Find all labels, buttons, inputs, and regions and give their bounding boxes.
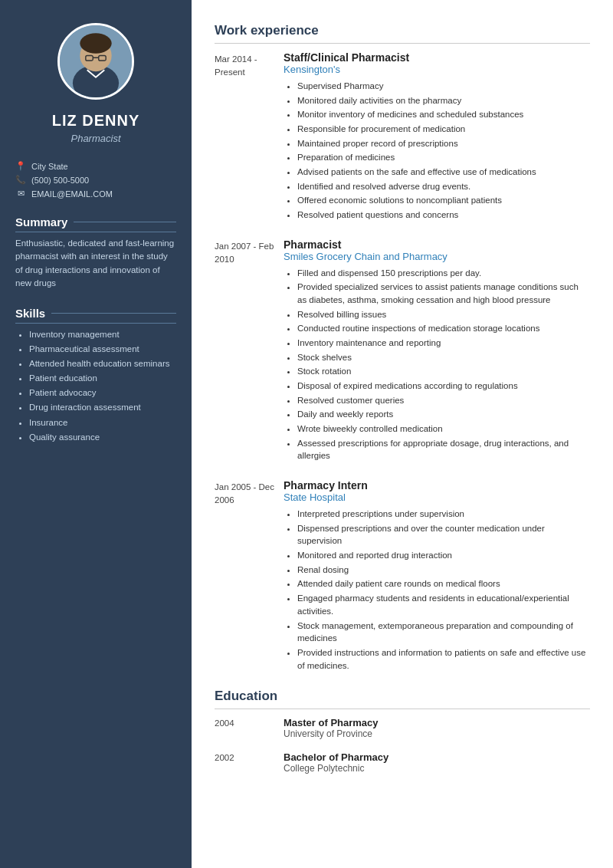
job-bullet: Renal dosing (297, 564, 590, 577)
edu-date: 2002 (215, 751, 284, 774)
job-bullet: Stock rotation (297, 365, 590, 378)
summary-divider (74, 222, 176, 222)
skill-item: Inventory management (29, 328, 176, 340)
job-bullet: Resolved customer queries (297, 394, 590, 407)
job-bullet: Monitored and reported drug interaction (297, 549, 590, 562)
edu-content: Master of PharmacyUniversity of Province (284, 717, 379, 739)
job-bullets: Filled and dispensed 150 prescriptions p… (284, 267, 590, 462)
job-block: Jan 2005 - Dec 2006Pharmacy InternState … (215, 479, 590, 673)
job-bullet: Stock shelves (297, 351, 590, 364)
jobs-container: Mar 2014 - PresentStaff/Clinical Pharmac… (215, 51, 590, 673)
job-content: PharmacistSmiles Grocery Chain and Pharm… (284, 238, 590, 464)
job-bullet: Resolved billing issues (297, 308, 590, 321)
job-bullet: Identified and resolved adverse drug eve… (297, 180, 590, 193)
job-bullet: Advised patients on the safe and effecti… (297, 166, 590, 179)
edu-container: 2004Master of PharmacyUniversity of Prov… (215, 717, 590, 774)
edu-content: Bachelor of PharmacyCollege Polytechnic (284, 751, 388, 774)
job-bullet: Filled and dispensed 150 prescriptions p… (297, 267, 590, 280)
job-bullet: Conducted routine inspections of medicat… (297, 322, 590, 335)
avatar-wrapper (15, 23, 176, 100)
job-bullet: Supervised Pharmacy (297, 80, 590, 93)
skill-item: Pharmaceutical assessment (29, 343, 176, 355)
job-title: Staff/Clinical Pharmacist (284, 51, 590, 64)
job-bullet: Offered economic solutions to noncomplia… (297, 194, 590, 207)
job-bullets: Supervised PharmacyMonitored daily activ… (284, 80, 590, 222)
location-contact: 📍 City State (15, 161, 176, 171)
job-title: Pharmacy Intern (284, 479, 590, 492)
phone-icon: 📞 (15, 175, 26, 185)
job-date: Jan 2007 - Feb 2010 (215, 238, 284, 464)
education-section-header: Education (215, 689, 590, 709)
job-bullet: Provided specialized services to assist … (297, 281, 590, 306)
job-bullet: Provided instructions and information to… (297, 646, 590, 672)
job-bullet: Wrote biweekly controlled medication (297, 422, 590, 436)
skills-divider (51, 313, 176, 314)
avatar (57, 23, 134, 100)
sidebar: LIZ DENNY Pharmacist 📍 City State 📞 (500… (0, 0, 192, 868)
candidate-name: LIZ DENNY (15, 112, 176, 130)
location-icon: 📍 (15, 161, 26, 171)
job-bullet: Daily and weekly reports (297, 408, 590, 421)
job-bullets: Interpreted prescriptions under supervis… (284, 508, 590, 672)
summary-section-title: Summary (15, 215, 176, 232)
job-title: Pharmacist (284, 238, 590, 251)
job-company: Smiles Grocery Chain and Pharmacy (284, 251, 590, 262)
email-icon: ✉ (15, 189, 26, 199)
skill-item: Attended health education seminars (29, 357, 176, 370)
edu-school: College Polytechnic (284, 763, 388, 774)
job-bullet: Monitored daily activities on the pharma… (297, 94, 590, 107)
resume-page: LIZ DENNY Pharmacist 📍 City State 📞 (500… (0, 0, 613, 868)
job-bullet: Interpreted prescriptions under supervis… (297, 508, 590, 521)
edu-degree: Master of Pharmacy (284, 717, 379, 728)
main-content: Work experience Mar 2014 - PresentStaff/… (192, 0, 613, 868)
skill-item: Patient education (29, 372, 176, 384)
job-bullet: Disposal of expired medications accordin… (297, 380, 590, 393)
email-contact: ✉ EMAIL@EMAIL.COM (15, 189, 176, 199)
candidate-title: Pharmacist (15, 133, 176, 144)
skill-item: Insurance (29, 416, 176, 429)
job-block: Mar 2014 - PresentStaff/Clinical Pharmac… (215, 51, 590, 223)
edu-degree: Bachelor of Pharmacy (284, 751, 388, 763)
job-company: Kensington's (284, 64, 590, 75)
education-section: Education 2004Master of PharmacyUniversi… (215, 689, 590, 774)
job-content: Staff/Clinical PharmacistKensington'sSup… (284, 51, 590, 223)
job-bullet: Maintained proper record of prescription… (297, 137, 590, 150)
job-content: Pharmacy InternState HospitalInterpreted… (284, 479, 590, 673)
job-date: Mar 2014 - Present (215, 51, 284, 223)
job-bullet: Assessed prescriptions for appropriate d… (297, 437, 590, 462)
skills-list: Inventory managementPharmaceutical asses… (15, 328, 176, 443)
job-bullet: Stock management, extemporaneous prepara… (297, 620, 590, 645)
edu-date: 2004 (215, 717, 284, 739)
svg-point-3 (80, 33, 111, 53)
work-section: Work experience Mar 2014 - PresentStaff/… (215, 23, 590, 673)
edu-school: University of Province (284, 728, 379, 739)
job-bullet: Monitor inventory of medicines and sched… (297, 108, 590, 121)
skill-item: Patient advocacy (29, 386, 176, 399)
job-bullet: Dispensed prescriptions and over the cou… (297, 522, 590, 547)
job-block: Jan 2007 - Feb 2010PharmacistSmiles Groc… (215, 238, 590, 464)
job-bullet: Attended daily patient care rounds on me… (297, 577, 590, 590)
edu-block: 2002Bachelor of PharmacyCollege Polytech… (215, 751, 590, 774)
skills-section-title: Skills (15, 307, 176, 324)
job-company: State Hospital (284, 492, 590, 503)
job-bullet: Engaged pharmacy students and residents … (297, 592, 590, 617)
phone-contact: 📞 (500) 500-5000 (15, 175, 176, 185)
skill-item: Quality assurance (29, 431, 176, 443)
skill-item: Drug interaction assessment (29, 401, 176, 413)
job-bullet: Inventory maintenance and reporting (297, 337, 590, 350)
summary-text: Enthusiastic, dedicated and fast-learnin… (15, 237, 176, 290)
job-date: Jan 2005 - Dec 2006 (215, 479, 284, 673)
edu-block: 2004Master of PharmacyUniversity of Prov… (215, 717, 590, 739)
work-section-header: Work experience (215, 23, 590, 44)
job-bullet: Responsible for procurement of medicatio… (297, 123, 590, 136)
job-bullet: Resolved patient questions and concerns (297, 209, 590, 222)
job-bullet: Preparation of medicines (297, 151, 590, 164)
